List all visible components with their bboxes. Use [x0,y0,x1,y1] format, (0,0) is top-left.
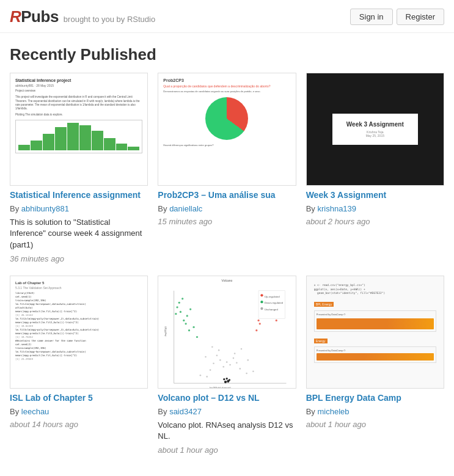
svg-point-5 [233,357,235,359]
card-author-bpl: By micheleb [306,407,444,416]
card-thumb-isl-lab[interactable]: Lab of Chapter 5 5.3.1 The Validation Se… [10,276,148,389]
card-author-link-volcano[interactable]: said3427 [169,407,202,416]
svg-point-56 [261,301,263,303]
svg-point-48 [224,381,227,383]
register-button[interactable]: Register [397,9,444,25]
svg-point-16 [218,350,220,351]
card-title-prob2cp3[interactable]: Prob2CP3 – Uma análise sua [158,189,296,200]
svg-text:Up-regulated: Up-regulated [265,295,280,298]
page-title: Recently Published [0,33,454,73]
svg-point-46 [193,326,195,328]
card-bpl: x <- read.csv("energy_bpl.csv") ggplot(x… [306,276,444,455]
svg-point-22 [259,323,261,324]
svg-point-58 [261,307,263,310]
card-author-prob2cp3: By daniellalc [158,204,296,213]
logo: RPubs [10,7,59,26]
card-thumb-bpl[interactable]: x <- read.csv("energy_bpl.csv") ggplot(x… [306,276,444,389]
svg-point-11 [240,368,241,370]
card-time-isl-lab: about 14 hours ago [10,420,148,429]
svg-text:log2(Fold change): log2(Fold change) [210,386,231,389]
card-title-stat-inference[interactable]: Statistical Inference assignment [10,189,148,200]
svg-text:Unchanged: Unchanged [265,308,279,311]
card-time-prob2cp3: 15 minutes ago [158,217,296,226]
svg-point-38 [177,306,178,308]
svg-point-8 [216,354,218,356]
svg-point-44 [175,313,177,315]
header: RPubs brought to you by RStudio Sign in … [0,0,454,33]
svg-point-39 [186,315,188,317]
svg-point-31 [256,329,258,331]
svg-point-4 [226,361,228,363]
card-author-volcano: By said3427 [158,407,296,416]
svg-point-21 [247,359,249,361]
card-author-link-prob2cp3[interactable]: daniellalc [169,204,202,213]
svg-point-45 [189,308,191,310]
card-time-bpl: about 1 hour ago [306,420,444,429]
svg-point-40 [178,301,180,303]
svg-point-51 [224,378,225,380]
sign-in-button[interactable]: Sign in [350,9,393,25]
card-isl-lab: Lab of Chapter 5 5.3.1 The Validation Se… [10,276,148,455]
card-thumb-week3[interactable]: Week 3 Assignment Krishna TejaMay 25, 20… [306,73,444,186]
card-title-bpl[interactable]: BPL Energy Data Camp [306,392,444,403]
svg-point-14 [200,375,202,376]
card-time-volcano: about 1 hour ago [158,445,296,455]
card-volcano: Volcano [158,276,296,455]
svg-text:Down-regulated: Down-regulated [265,301,284,304]
svg-point-34 [258,320,260,321]
volcano-svg: Up-regulated Down-regulated Unchanged lo… [161,284,293,389]
card-prob2cp3: Prob2CP3 Qual a proporção de candidatos … [158,73,296,263]
card-author-link-stat-inference[interactable]: abhibunty881 [21,204,69,213]
card-author-week3: By krishna139 [306,204,444,213]
card-author-link-isl-lab[interactable]: leechau [21,407,49,416]
pie-chart [205,97,248,140]
svg-point-37 [180,311,181,313]
header-buttons: Sign in Register [350,9,444,25]
svg-point-7 [230,364,232,365]
svg-point-13 [246,372,248,374]
svg-point-27 [276,320,277,321]
svg-point-19 [241,348,243,350]
content-grid: Statistical Inference project abhibunty8… [0,73,454,469]
svg-point-54 [261,294,263,296]
svg-point-15 [252,370,254,372]
svg-point-42 [185,323,187,324]
week3-thumb-sub: Krishna TejaMay 25, 2015 [340,130,411,137]
svg-point-3 [219,359,221,361]
svg-text:-log10(p): -log10(p) [164,326,167,337]
card-time-week3: about 2 hours ago [306,217,444,226]
svg-point-41 [181,298,183,299]
week3-thumb-title: Week 3 Assignment [340,121,411,128]
svg-point-6 [223,366,225,368]
card-thumb-volcano[interactable]: Volcano [158,276,296,389]
card-title-volcano[interactable]: Volcano plot – D12 vs NL [158,392,296,403]
card-time-stat-inference: 36 minutes ago [10,254,148,263]
svg-point-2 [213,362,215,364]
logo-area: RPubs brought to you by RStudio [10,7,155,26]
svg-point-47 [196,336,198,338]
card-desc-volcano: Volcano plot. RNAseq analysis D12 vs NL. [158,420,296,442]
svg-point-17 [234,353,236,354]
card-week3: Week 3 Assignment Krishna TejaMay 25, 20… [306,73,444,263]
logo-tagline: brought to you by RStudio [64,15,155,24]
logo-pubs: Pubs [21,7,59,26]
svg-point-9 [236,362,238,364]
svg-point-50 [226,378,228,379]
logo-r: R [10,7,21,26]
card-author-link-week3[interactable]: krishna139 [317,204,356,213]
svg-point-20 [205,356,207,357]
card-author-link-bpl[interactable]: micheleb [317,407,349,416]
card-title-isl-lab[interactable]: ISL Lab of Chapter 5 [10,392,148,403]
svg-point-52 [229,379,230,381]
svg-point-12 [207,376,208,378]
svg-point-36 [183,320,185,321]
card-title-week3[interactable]: Week 3 Assignment [306,189,444,200]
card-stat-inference: Statistical Inference project abhibunty8… [10,73,148,263]
card-thumb-stat-inference[interactable]: Statistical Inference project abhibunty8… [10,73,148,186]
histogram [15,120,142,153]
svg-point-43 [188,329,190,331]
svg-point-18 [211,346,213,348]
card-thumb-prob2cp3[interactable]: Prob2CP3 Qual a proporção de candidatos … [158,73,296,186]
card-author-isl-lab: By leechau [10,407,148,416]
card-author-stat-inference: By abhibunty881 [10,204,148,213]
